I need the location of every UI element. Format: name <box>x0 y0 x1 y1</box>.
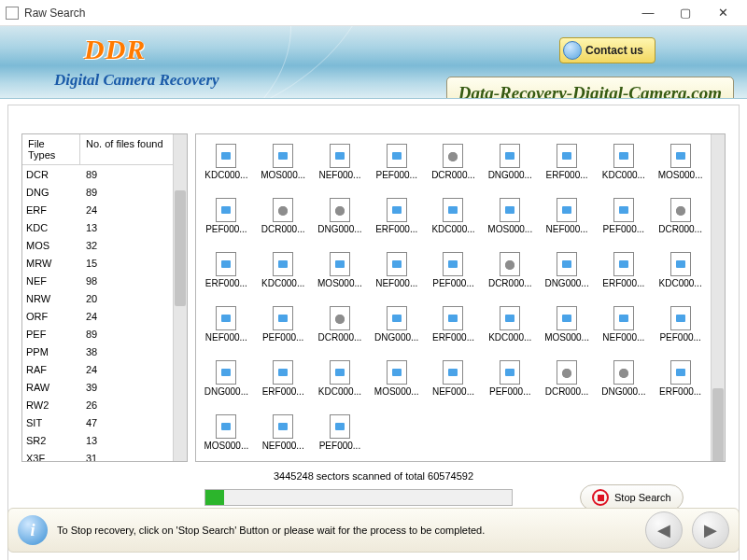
file-item[interactable]: PEF000... <box>652 301 709 355</box>
file-item[interactable]: MOS000... <box>652 138 709 192</box>
file-item[interactable]: MOS000... <box>539 301 596 355</box>
prev-button[interactable]: ◀ <box>645 511 683 549</box>
file-item[interactable]: ERF000... <box>425 301 482 355</box>
col-file-types[interactable]: File Types <box>22 134 80 164</box>
file-item[interactable]: NEF000... <box>312 138 369 192</box>
file-item[interactable]: NEF000... <box>198 301 255 355</box>
file-item[interactable]: DCR000... <box>312 301 369 355</box>
file-item[interactable]: DCR000... <box>652 192 709 246</box>
file-label: ERF000... <box>428 332 478 343</box>
file-item[interactable]: PEF000... <box>425 246 482 301</box>
file-label: MOS000... <box>485 224 535 234</box>
file-type-row[interactable]: NEF98 <box>22 272 173 289</box>
file-type-row[interactable]: PEF89 <box>22 325 173 343</box>
file-item[interactable]: DNG000... <box>482 138 539 192</box>
file-item[interactable]: MOS000... <box>368 355 425 409</box>
file-item[interactable]: PEF000... <box>198 192 255 246</box>
left-scrollbar[interactable] <box>173 134 187 461</box>
image-file-icon <box>273 414 293 439</box>
file-item[interactable]: KDC000... <box>255 246 312 301</box>
image-file-icon <box>216 414 236 439</box>
file-type-row[interactable]: X3F31 <box>22 449 173 461</box>
file-label: DCR000... <box>542 386 592 397</box>
minimize-button[interactable]: — <box>629 3 667 23</box>
file-item[interactable]: DCR000... <box>255 192 312 246</box>
file-type-row[interactable]: MRW15 <box>22 254 173 272</box>
contact-us-button[interactable]: Contact us <box>559 37 655 63</box>
file-type-row[interactable]: ERF24 <box>22 201 173 218</box>
file-item[interactable]: PEF000... <box>482 355 539 409</box>
file-item[interactable]: DNG000... <box>198 355 255 409</box>
file-item[interactable]: NEF000... <box>595 301 652 355</box>
file-item[interactable]: DNG000... <box>539 246 596 301</box>
gear-file-icon <box>557 360 577 385</box>
file-item[interactable]: KDC000... <box>198 138 255 192</box>
file-item[interactable]: KDC000... <box>312 355 369 409</box>
file-item[interactable]: ERF000... <box>368 192 425 246</box>
file-label: MOS000... <box>655 170 706 180</box>
file-label: DNG000... <box>372 332 422 343</box>
image-file-icon <box>216 198 236 222</box>
file-label: PEF000... <box>599 224 649 234</box>
file-item[interactable]: KDC000... <box>595 138 652 192</box>
file-item[interactable]: KDC000... <box>425 192 482 246</box>
close-button[interactable]: ✕ <box>704 3 741 23</box>
file-item[interactable]: PEF000... <box>595 192 652 246</box>
file-item[interactable]: MOS000... <box>198 409 255 461</box>
file-item[interactable]: ERF000... <box>595 246 652 301</box>
file-item[interactable]: ERF000... <box>539 138 596 192</box>
gear-file-icon <box>500 252 520 276</box>
file-type-row[interactable]: ORF24 <box>22 307 173 325</box>
file-item[interactable]: DNG000... <box>312 192 369 246</box>
gear-file-icon <box>613 360 634 385</box>
file-label: PEF000... <box>655 332 706 343</box>
file-item[interactable]: PEF000... <box>312 409 369 461</box>
file-type-row[interactable]: SIT47 <box>22 413 173 431</box>
col-file-count[interactable]: No. of files found <box>80 134 173 164</box>
file-type-row[interactable]: NRW20 <box>22 289 173 307</box>
file-label: ERF000... <box>372 224 422 234</box>
file-item[interactable]: ERF000... <box>652 355 709 409</box>
image-file-icon <box>613 198 634 222</box>
file-item[interactable]: ERF000... <box>255 355 312 409</box>
file-type-row[interactable]: RAF24 <box>22 360 173 378</box>
right-scrollbar[interactable] <box>711 134 725 461</box>
file-item[interactable]: DCR000... <box>539 355 596 409</box>
file-item[interactable]: NEF000... <box>255 409 312 461</box>
file-type-row[interactable]: DNG89 <box>22 183 173 201</box>
file-item[interactable]: MOS000... <box>255 138 312 192</box>
file-item[interactable]: NEF000... <box>425 355 482 409</box>
file-item[interactable]: DNG000... <box>595 355 652 409</box>
file-item[interactable]: DNG000... <box>368 301 425 355</box>
file-item[interactable]: PEF000... <box>255 301 312 355</box>
file-label: KDC000... <box>485 332 535 343</box>
file-type-cell: SIT <box>22 417 80 428</box>
file-item[interactable]: DCR000... <box>482 246 539 301</box>
file-label: KDC000... <box>201 170 251 180</box>
file-label: MOS000... <box>315 278 365 288</box>
file-type-row[interactable]: RW226 <box>22 396 173 413</box>
file-item[interactable]: MOS000... <box>482 192 539 246</box>
file-item[interactable]: NEF000... <box>539 192 596 246</box>
file-type-row[interactable]: KDC13 <box>22 218 173 236</box>
image-file-icon <box>613 306 634 330</box>
file-type-row[interactable]: DCR89 <box>22 165 173 183</box>
file-label: PEF000... <box>428 278 478 288</box>
file-type-row[interactable]: SR213 <box>22 431 173 449</box>
progress-bar <box>204 489 513 506</box>
maximize-button[interactable]: ▢ <box>667 3 704 23</box>
file-item[interactable]: DCR000... <box>425 138 482 192</box>
file-item[interactable]: PEF000... <box>368 138 425 192</box>
stop-search-button[interactable]: Stop Search <box>580 484 684 511</box>
file-item[interactable]: NEF000... <box>368 246 425 301</box>
next-button[interactable]: ▶ <box>692 511 729 549</box>
file-label: MOS000... <box>542 332 592 343</box>
file-item[interactable]: KDC000... <box>482 301 539 355</box>
file-type-row[interactable]: PPM38 <box>22 343 173 360</box>
file-type-row[interactable]: RAW39 <box>22 378 173 396</box>
file-type-row[interactable]: MOS32 <box>22 236 173 254</box>
file-type-cell: ORF <box>22 311 80 322</box>
file-item[interactable]: KDC000... <box>652 246 709 301</box>
file-item[interactable]: ERF000... <box>198 246 255 301</box>
file-item[interactable]: MOS000... <box>312 246 369 301</box>
